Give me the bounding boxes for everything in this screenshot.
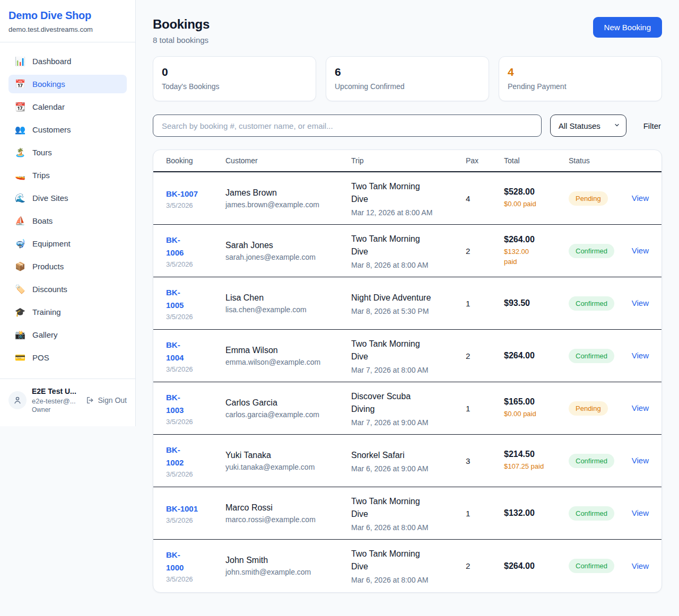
sidebar-nav-item[interactable]: 🏷️ Discounts: [8, 280, 127, 298]
nav-item-icon: ⛵: [15, 216, 25, 226]
nav-item-label: Trips: [32, 171, 50, 180]
user-section: E2E Test U... e2e-tester@... Owner Sign …: [0, 379, 135, 426]
booking-id-link[interactable]: BK- 1002: [166, 444, 184, 469]
booking-id-link[interactable]: BK- 1004: [166, 339, 184, 364]
sidebar-nav-item[interactable]: ⛵ Boats: [8, 212, 127, 230]
pax-count: 2: [466, 351, 504, 360]
trip-name: Two Tank Morning Dive: [351, 548, 466, 573]
nav-item-label: Gallery: [32, 330, 58, 339]
table-column-header: Status: [569, 156, 630, 165]
sidebar-nav-item[interactable]: 📅 Bookings: [8, 75, 127, 93]
person-icon: [13, 395, 22, 405]
table-row: BK- 1000 3/5/2026 John Smith john.smith@…: [153, 540, 661, 592]
trip-name: Two Tank Morning Dive: [351, 180, 466, 206]
booking-date: 3/5/2026: [166, 313, 225, 321]
nav-item-label: Dive Sites: [32, 193, 68, 203]
total-amount: $165.00: [504, 397, 569, 407]
status-badge: Confirmed: [569, 296, 614, 311]
user-avatar: [8, 391, 27, 409]
nav-item-label: Discounts: [32, 285, 67, 294]
sidebar-nav-item[interactable]: 📆 Calendar: [8, 98, 127, 116]
search-input[interactable]: [153, 115, 542, 137]
filter-button[interactable]: Filter: [643, 121, 661, 130]
view-link[interactable]: View: [632, 508, 649, 517]
sign-out-icon: [86, 396, 94, 404]
trip-name: Discover Scuba Diving: [351, 390, 466, 416]
pax-count: 1: [466, 404, 504, 413]
view-link[interactable]: View: [632, 298, 649, 307]
stat-value: 4: [508, 66, 653, 78]
nav-item-icon: 🏷️: [15, 284, 25, 294]
view-link[interactable]: View: [632, 351, 649, 360]
sidebar-nav-item[interactable]: 🌊 Dive Sites: [8, 189, 127, 207]
sign-out-button[interactable]: Sign Out: [86, 396, 127, 404]
booking-date: 3/5/2026: [166, 260, 225, 268]
total-amount: $93.50: [504, 298, 569, 308]
customer-email: sarah.jones@example.com: [225, 253, 351, 261]
sidebar-nav-item[interactable]: 📊 Dashboard: [8, 52, 127, 71]
nav-item-label: Boats: [32, 216, 53, 225]
nav-item-icon: 🌊: [15, 193, 25, 203]
nav-item-icon: 💳: [15, 353, 25, 363]
pax-count: 2: [466, 247, 504, 256]
nav-item-icon: 📸: [15, 330, 25, 340]
table-row: BK- 1002 3/5/2026 Yuki Tanaka yuki.tanak…: [153, 435, 661, 487]
stat-card: 4 Pending Payment: [499, 56, 662, 101]
trip-datetime: Mar 8, 2026 at 8:00 AM: [351, 261, 466, 269]
status-badge: Pending: [569, 401, 608, 416]
pax-count: 3: [466, 456, 504, 465]
toolbar: All Statuses Filter: [153, 115, 662, 137]
sidebar-nav-item[interactable]: 🤿 Equipment: [8, 234, 127, 253]
nav-item-label: Customers: [32, 125, 71, 134]
sidebar-nav-item[interactable]: 🎓 Training: [8, 303, 127, 321]
stat-label: Pending Payment: [508, 82, 653, 91]
booking-id-link[interactable]: BK- 1003: [166, 391, 184, 417]
view-link[interactable]: View: [632, 456, 649, 465]
view-link[interactable]: View: [632, 561, 649, 570]
pax-count: 2: [466, 561, 504, 570]
table-column-header: Customer: [225, 156, 351, 165]
view-link[interactable]: View: [632, 246, 649, 255]
view-link[interactable]: View: [632, 193, 649, 203]
sidebar-nav-item[interactable]: 📦 Products: [8, 257, 127, 276]
sidebar-nav-item[interactable]: 👥 Customers: [8, 120, 127, 139]
sidebar-nav-item[interactable]: 🏝️ Tours: [8, 143, 127, 162]
table-body: BK-1007 3/5/2026 James Brown james.brown…: [153, 172, 661, 592]
user-role: Owner: [32, 406, 76, 414]
stat-label: Today's Bookings: [162, 82, 307, 91]
table-row: BK- 1004 3/5/2026 Emma Wilson emma.wilso…: [153, 330, 661, 382]
sidebar-nav-item[interactable]: 📸 Gallery: [8, 325, 127, 344]
trip-datetime: Mar 6, 2026 at 8:00 AM: [351, 576, 466, 584]
stat-value: 6: [335, 66, 480, 78]
booking-id-link[interactable]: BK-1007: [166, 188, 198, 200]
table-column-header: Total: [504, 156, 569, 165]
status-filter-select[interactable]: All Statuses: [550, 115, 626, 137]
paid-amount: $0.00 paid: [504, 409, 569, 419]
sidebar-nav-item[interactable]: 💳 POS: [8, 348, 127, 367]
table-row: BK- 1006 3/5/2026 Sarah Jones sarah.jone…: [153, 225, 661, 277]
user-name: E2E Test U...: [32, 386, 76, 397]
nav-item-icon: 🏝️: [15, 147, 25, 157]
trip-datetime: Mar 12, 2026 at 8:00 AM: [351, 208, 466, 217]
pax-count: 4: [466, 194, 504, 203]
brand: Demo Dive Shop demo.test.divestreams.com: [0, 0, 135, 42]
customer-name: Sarah Jones: [225, 241, 351, 250]
status-badge: Pending: [569, 191, 608, 206]
booking-id-link[interactable]: BK- 1006: [166, 234, 184, 259]
new-booking-button[interactable]: New Booking: [593, 17, 662, 38]
sidebar-nav-item[interactable]: 🚤 Trips: [8, 166, 127, 184]
trip-datetime: Mar 6, 2026 at 9:00 AM: [351, 464, 466, 473]
customer-name: Emma Wilson: [225, 346, 351, 355]
booking-id-link[interactable]: BK-1001: [166, 503, 198, 515]
trip-name: Two Tank Morning Dive: [351, 338, 466, 363]
nav-item-icon: 📊: [15, 56, 25, 66]
sign-out-label: Sign Out: [98, 396, 127, 404]
view-link[interactable]: View: [632, 403, 649, 412]
customer-name: Marco Rossi: [225, 503, 351, 513]
status-badge: Confirmed: [569, 506, 614, 521]
nav-item-icon: 📆: [15, 102, 25, 112]
page-title: Bookings: [153, 17, 210, 32]
booking-id-link[interactable]: BK- 1000: [166, 549, 184, 574]
total-bookings-count: 8 total bookings: [153, 36, 210, 45]
booking-id-link[interactable]: BK- 1005: [166, 286, 184, 312]
